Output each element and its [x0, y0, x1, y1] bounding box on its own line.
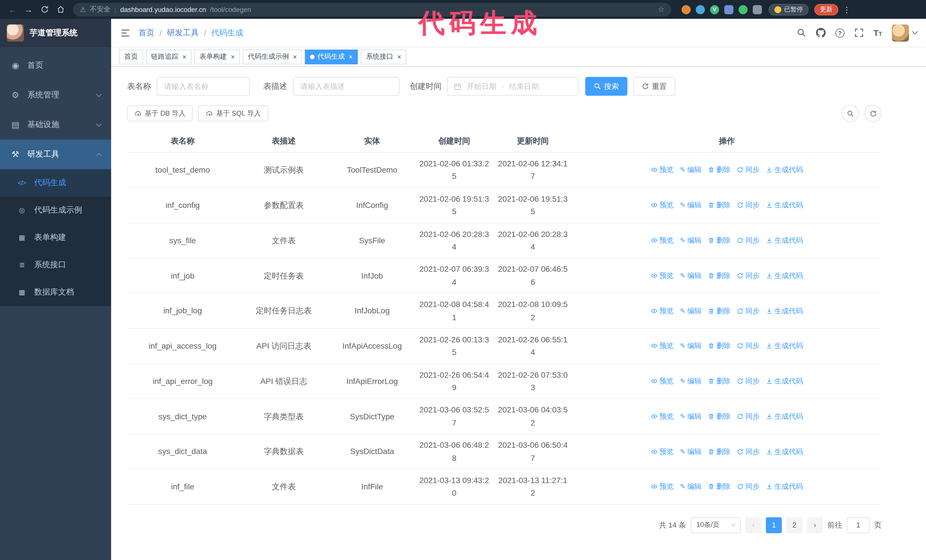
sync-link[interactable]: 同步: [737, 446, 760, 457]
sidebar-item-db-doc[interactable]: ▩ 数据库文档: [0, 279, 111, 306]
preview-link[interactable]: 预览: [651, 481, 673, 492]
table-name-input[interactable]: [157, 77, 250, 96]
browser-reload-button[interactable]: [38, 3, 51, 16]
generate-code-link[interactable]: 生成代码: [766, 481, 803, 492]
font-size-button[interactable]: TT: [873, 29, 882, 37]
close-icon[interactable]: ×: [182, 53, 186, 60]
search-submit-button[interactable]: 搜索: [585, 77, 627, 96]
bookmark-star-icon[interactable]: ☆: [658, 5, 664, 14]
preview-link[interactable]: 预览: [651, 270, 673, 281]
sync-link[interactable]: 同步: [737, 165, 760, 176]
delete-link[interactable]: 删除: [708, 235, 731, 246]
generate-code-link[interactable]: 生成代码: [766, 305, 803, 317]
preview-link[interactable]: 预览: [651, 199, 673, 211]
refresh-table-button[interactable]: [864, 105, 882, 122]
sidebar-item-api[interactable]: ≣ 系统接口: [0, 251, 111, 279]
extension-icon[interactable]: [682, 5, 691, 14]
delete-link[interactable]: 删除: [708, 165, 731, 176]
table-desc-input[interactable]: [293, 77, 399, 96]
preview-link[interactable]: 预览: [651, 340, 673, 352]
paused-badge[interactable]: 已暂停: [769, 4, 809, 15]
tab-home[interactable]: 首页: [119, 49, 143, 64]
address-bar[interactable]: ⚠ 不安全 | dashboard.yudao.iocoder.cn/tool/…: [73, 3, 671, 16]
preview-link[interactable]: 预览: [651, 376, 673, 387]
sidebar-item-system[interactable]: ⚙ 系统管理: [0, 80, 111, 110]
tab-form-builder[interactable]: 表单构建 ×: [194, 49, 240, 64]
edit-link[interactable]: ✎ 编辑: [680, 446, 702, 457]
delete-link[interactable]: 删除: [708, 446, 731, 457]
generate-code-link[interactable]: 生成代码: [766, 340, 803, 352]
extension-icon[interactable]: [738, 5, 747, 14]
breadcrumb-item[interactable]: 首页: [138, 28, 154, 38]
prev-page-button[interactable]: ‹: [745, 517, 761, 533]
reset-button[interactable]: 重置: [633, 77, 675, 96]
sync-link[interactable]: 同步: [737, 270, 760, 281]
close-icon[interactable]: ×: [397, 53, 401, 60]
import-sql-button[interactable]: 基于 SQL 导入: [198, 106, 268, 121]
sync-link[interactable]: 同步: [737, 411, 760, 422]
delete-link[interactable]: 删除: [708, 340, 731, 352]
extension-icon[interactable]: [753, 5, 762, 14]
sidebar-item-devtools[interactable]: ⚒ 研发工具: [0, 140, 111, 169]
sync-link[interactable]: 同步: [737, 199, 760, 211]
edit-link[interactable]: ✎ 编辑: [680, 199, 702, 211]
sidebar-item-infra[interactable]: ▤ 基础设施: [0, 110, 111, 140]
tab-api[interactable]: 系统接口 ×: [361, 49, 406, 64]
fullscreen-button[interactable]: [854, 28, 864, 38]
generate-code-link[interactable]: 生成代码: [766, 446, 803, 457]
delete-link[interactable]: 删除: [708, 305, 731, 317]
hamburger-button[interactable]: [120, 28, 130, 38]
close-icon[interactable]: ×: [349, 53, 353, 60]
generate-code-link[interactable]: 生成代码: [766, 235, 803, 246]
preview-link[interactable]: 预览: [651, 446, 673, 457]
delete-link[interactable]: 删除: [708, 411, 731, 422]
extension-icon[interactable]: [696, 5, 705, 14]
edit-link[interactable]: ✎ 编辑: [680, 340, 702, 352]
next-page-button[interactable]: ›: [807, 517, 823, 533]
generate-code-link[interactable]: 生成代码: [766, 376, 803, 387]
sidebar-item-home[interactable]: ◉ 首页: [0, 51, 111, 80]
page-button-1[interactable]: 1: [766, 517, 782, 533]
breadcrumb-item[interactable]: 研发工具: [167, 28, 199, 38]
close-icon[interactable]: ×: [293, 53, 297, 60]
browser-forward-button[interactable]: →: [22, 3, 35, 16]
goto-page-input[interactable]: [847, 517, 870, 533]
preview-link[interactable]: 预览: [651, 411, 673, 422]
delete-link[interactable]: 删除: [708, 270, 731, 281]
preview-link[interactable]: 预览: [651, 235, 673, 246]
edit-link[interactable]: ✎ 编辑: [680, 165, 702, 176]
preview-link[interactable]: 预览: [651, 305, 673, 317]
sync-link[interactable]: 同步: [737, 305, 760, 317]
delete-link[interactable]: 删除: [708, 481, 731, 492]
sync-link[interactable]: 同步: [737, 481, 760, 492]
close-icon[interactable]: ×: [231, 53, 235, 60]
browser-back-button[interactable]: ←: [6, 3, 20, 16]
generate-code-link[interactable]: 生成代码: [766, 165, 803, 176]
update-button[interactable]: 更新: [814, 4, 838, 15]
browser-menu-icon[interactable]: ⋮: [843, 5, 851, 14]
edit-link[interactable]: ✎ 编辑: [680, 235, 702, 246]
sync-link[interactable]: 同步: [737, 340, 760, 352]
edit-link[interactable]: ✎ 编辑: [680, 376, 702, 387]
sync-link[interactable]: 同步: [737, 376, 760, 387]
import-db-button[interactable]: 基于 DB 导入: [127, 106, 193, 121]
tab-codegen[interactable]: 代码生成 ×: [305, 49, 358, 64]
edit-link[interactable]: ✎ 编辑: [680, 481, 702, 492]
page-button-2[interactable]: 2: [787, 517, 802, 533]
browser-home-button[interactable]: [54, 3, 67, 16]
logo[interactable]: 芋道管理系统: [0, 19, 111, 47]
sidebar-item-form-builder[interactable]: ▦ 表单构建: [0, 224, 111, 251]
extension-icon[interactable]: [724, 5, 733, 14]
sync-link[interactable]: 同步: [737, 235, 760, 246]
generate-code-link[interactable]: 生成代码: [766, 411, 803, 422]
tab-trace[interactable]: 链路追踪 ×: [146, 49, 191, 64]
preview-link[interactable]: 预览: [651, 165, 673, 176]
sidebar-item-codegen[interactable]: </> 代码生成: [0, 169, 111, 196]
delete-link[interactable]: 删除: [708, 376, 731, 387]
edit-link[interactable]: ✎ 编辑: [680, 305, 702, 317]
delete-link[interactable]: 删除: [708, 199, 731, 211]
edit-link[interactable]: ✎ 编辑: [680, 411, 702, 422]
github-button[interactable]: [816, 28, 825, 38]
docs-button[interactable]: ?: [835, 28, 844, 37]
edit-link[interactable]: ✎ 编辑: [680, 270, 702, 281]
